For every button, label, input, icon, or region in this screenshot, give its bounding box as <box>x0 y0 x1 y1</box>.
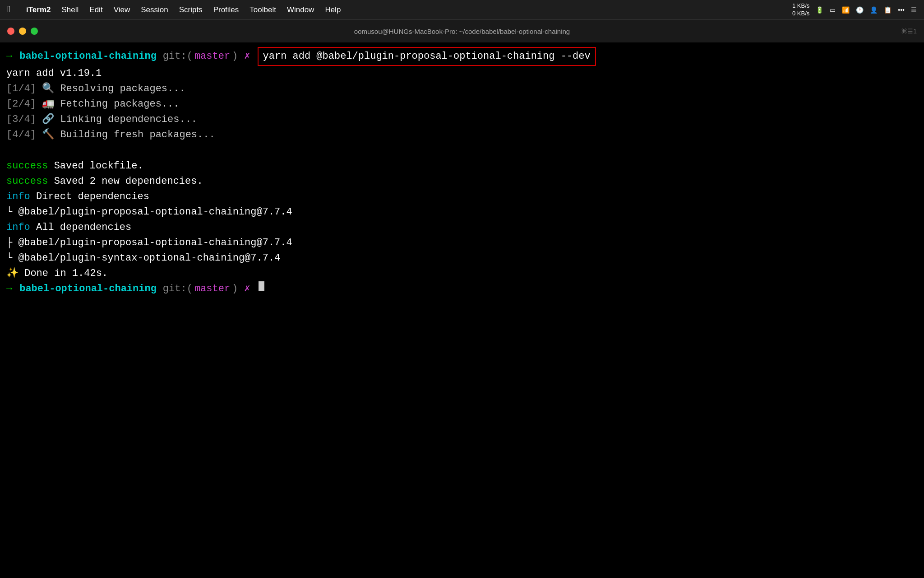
close-button[interactable] <box>7 28 14 35</box>
info-text-2b: All dependencies <box>36 222 131 233</box>
menu-edit[interactable]: Edit <box>84 0 108 20</box>
done-line: ✨ Done in 1.42s. <box>6 266 918 281</box>
titlebar: oomusou@HUNGs-MacBook-Pro: ~/code/babel/… <box>0 20 924 42</box>
shortcut-label: ⌘☰1 <box>901 28 917 35</box>
menu-view[interactable]: View <box>108 0 136 20</box>
step-line-2: [2/4] 🚛 Fetching packages... <box>6 97 918 112</box>
menu-help[interactable]: Help <box>319 0 346 20</box>
clock-icon: 🕐 <box>856 6 864 14</box>
menu-scripts[interactable]: Scripts <box>174 0 208 20</box>
menubar-right: 1 KB/s 0 KB/s 🔋 ▭ 📶 🕐 👤 📋 ••• ☰ <box>792 2 917 18</box>
step-bracket-1: [1/4] 🔍 <box>6 83 60 94</box>
menu-toolbelt[interactable]: Toolbelt <box>244 0 282 20</box>
git-x-1: ✗ <box>244 49 250 64</box>
git-x-2: ✗ <box>244 281 250 297</box>
success-line-1: success Saved lockfile. <box>6 158 918 174</box>
prompt-line-2: → babel-optional-chaining git:(master) ✗ <box>6 281 918 297</box>
git-suffix-1: ) <box>232 49 238 64</box>
cursor-blink <box>259 281 264 291</box>
success-text-2b: Saved 2 new dependencies. <box>54 176 203 187</box>
window-controls[interactable] <box>7 28 38 35</box>
info-line-2: info All dependencies <box>6 220 918 235</box>
info-line-1: info Direct dependencies <box>6 189 918 205</box>
prompt-arrow-1: → <box>6 49 12 64</box>
dep-pkg-1: └ @babel/plugin-proposal-optional-chaini… <box>6 206 292 218</box>
step-text-1: Resolving packages... <box>60 83 185 94</box>
menu-session[interactable]: Session <box>135 0 173 20</box>
step-text-4: Building fresh packages... <box>60 129 215 140</box>
maximize-button[interactable] <box>31 28 38 35</box>
step-bracket-3: [3/4] 🔗 <box>6 114 60 125</box>
success-text-1b: Saved lockfile. <box>54 160 143 172</box>
wifi-icon: 📶 <box>842 6 850 14</box>
extra-icon: 📋 <box>884 6 892 14</box>
menu-iterm2[interactable]: iTerm2 <box>21 0 56 20</box>
dep-line-1: └ @babel/plugin-proposal-optional-chaini… <box>6 205 918 220</box>
minimize-button[interactable] <box>19 28 26 35</box>
success-label-1: success <box>6 160 48 172</box>
net-speed: 1 KB/s 0 KB/s <box>792 2 809 18</box>
git-suffix-2: ) <box>232 281 238 297</box>
step-line-1: [1/4] 🔍 Resolving packages... <box>6 81 918 97</box>
prompt-dir-1: babel-optional-chaining <box>19 49 157 64</box>
yarn-version-text: yarn add v1.19.1 <box>6 68 102 79</box>
step-text-3: Linking dependencies... <box>60 114 197 125</box>
step-line-4: [4/4] 🔨 Building fresh packages... <box>6 127 918 143</box>
step-bracket-2: [2/4] 🚛 <box>6 98 60 110</box>
apple-icon:  <box>7 5 13 15</box>
git-branch-2: master <box>194 281 230 297</box>
command-highlighted: yarn add @babel/plugin-proposal-optional… <box>258 47 596 66</box>
git-branch-1: master <box>194 49 230 64</box>
dep-pkg-2: ├ @babel/plugin-proposal-optional-chaini… <box>6 237 292 248</box>
menu-window[interactable]: Window <box>282 0 319 20</box>
window-title: oomusou@HUNGs-MacBook-Pro: ~/code/babel/… <box>354 28 570 35</box>
step-text-2: Fetching packages... <box>60 98 179 110</box>
info-text-1b: Direct dependencies <box>36 191 149 202</box>
success-label-2: success <box>6 176 48 187</box>
git-label-1: git:( <box>163 49 193 64</box>
done-text: Done in 1.42s. <box>24 268 108 279</box>
yarn-version-line: yarn add v1.19.1 <box>6 66 918 81</box>
step-bracket-4: [4/4] 🔨 <box>6 129 60 140</box>
dep-pkg-3: └ @babel/plugin-syntax-optional-chaining… <box>6 252 280 264</box>
menubar:  iTerm2 Shell Edit View Session Scripts… <box>0 0 924 20</box>
info-label-1: info <box>6 191 30 202</box>
battery-icon: 🔋 <box>816 6 823 14</box>
git-label-2: git:( <box>163 281 193 297</box>
more-icon: ••• <box>898 6 905 14</box>
airplay-icon: ▭ <box>830 6 836 14</box>
info-label-2: info <box>6 222 30 233</box>
dep-line-3: └ @babel/plugin-syntax-optional-chaining… <box>6 251 918 266</box>
sparkle-icon: ✨ <box>6 268 18 279</box>
prompt-line-1: → babel-optional-chaining git:(master) ✗… <box>6 47 918 66</box>
menu-shell[interactable]: Shell <box>56 0 84 20</box>
user-icon: 👤 <box>870 6 878 14</box>
menu-profiles[interactable]: Profiles <box>208 0 245 20</box>
step-line-3: [3/4] 🔗 Linking dependencies... <box>6 112 918 127</box>
terminal-body[interactable]: → babel-optional-chaining git:(master) ✗… <box>0 42 924 302</box>
blank-line-1 <box>6 143 918 158</box>
success-line-2: success Saved 2 new dependencies. <box>6 174 918 189</box>
dep-line-2: ├ @babel/plugin-proposal-optional-chaini… <box>6 235 918 251</box>
prompt-arrow-2: → <box>6 281 12 297</box>
prompt-dir-2: babel-optional-chaining <box>19 281 157 297</box>
list-icon: ☰ <box>911 6 917 14</box>
